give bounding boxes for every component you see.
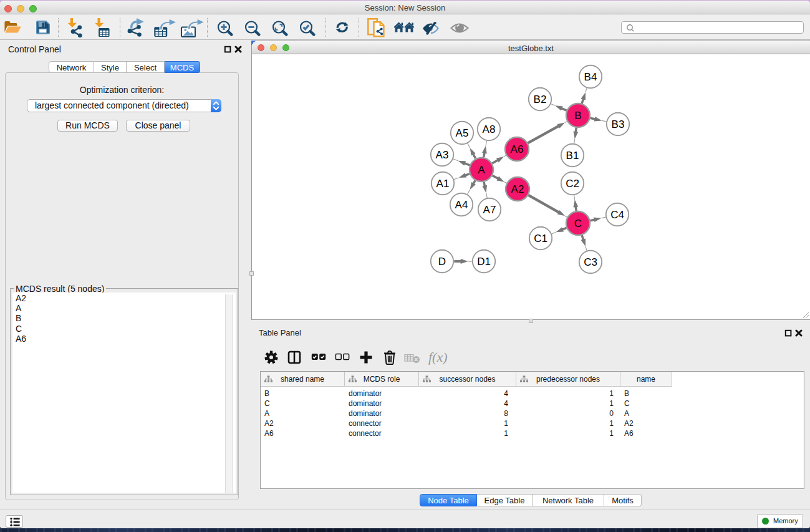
svg-text:D: D bbox=[438, 256, 446, 268]
svg-text:D1: D1 bbox=[477, 256, 491, 268]
svg-text:B3: B3 bbox=[612, 118, 625, 130]
svg-text:C: C bbox=[574, 218, 582, 230]
svg-text:A7: A7 bbox=[483, 204, 496, 216]
svg-text:C4: C4 bbox=[610, 209, 624, 221]
svg-text:A8: A8 bbox=[483, 123, 496, 135]
svg-text:A4: A4 bbox=[455, 199, 468, 211]
svg-text:A2: A2 bbox=[511, 183, 524, 195]
svg-text:A1: A1 bbox=[436, 178, 450, 190]
svg-text:B2: B2 bbox=[534, 94, 547, 105]
svg-text:B: B bbox=[574, 110, 581, 122]
svg-text:C2: C2 bbox=[566, 178, 579, 190]
svg-text:C1: C1 bbox=[534, 233, 547, 244]
svg-text:B1: B1 bbox=[566, 150, 579, 162]
svg-text:A5: A5 bbox=[456, 127, 469, 139]
svg-text:A6: A6 bbox=[511, 143, 524, 155]
svg-text:A: A bbox=[478, 164, 485, 176]
svg-text:C3: C3 bbox=[584, 256, 597, 268]
svg-text:B4: B4 bbox=[584, 71, 597, 83]
svg-text:A3: A3 bbox=[436, 149, 449, 161]
